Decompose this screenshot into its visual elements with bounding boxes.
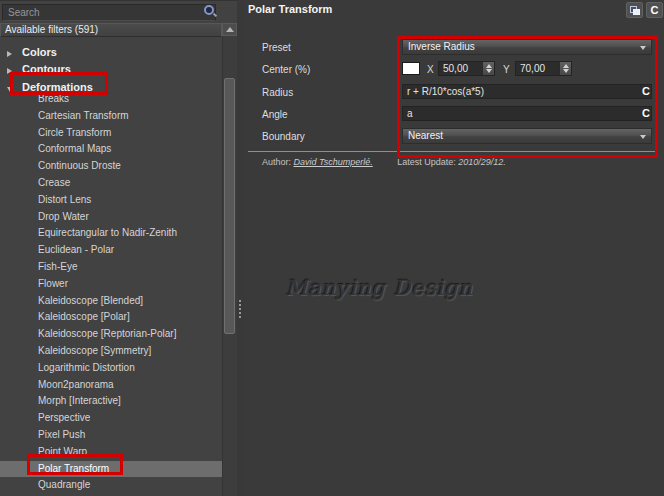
filter-item[interactable]: Kaleidoscope [Polar] [0,309,222,326]
filter-item[interactable]: Euclidean - Polar [0,242,222,259]
update-label: Latest Update: [397,157,456,167]
radius-input[interactable] [402,84,652,99]
filter-list: BreaksCartesian TransformCircle Transfor… [0,91,222,494]
watermark: Manying Design [272,276,487,300]
preset-label: Preset [262,42,291,53]
grip-dots-icon [239,298,242,320]
filter-item[interactable]: Continuous Droste [0,158,222,175]
filter-item[interactable]: Point Warp [0,444,222,461]
reset-filter-button[interactable]: C [646,2,663,18]
filter-item[interactable]: Perspective [0,410,222,427]
filter-item[interactable]: Conformal Maps [0,141,222,158]
angle-label: Angle [262,109,288,120]
boundary-label: Boundary [262,131,305,142]
filter-category-list: ColorsContoursDeformations [0,43,222,96]
filter-item[interactable]: Fish-Eye [0,259,222,276]
chevron-down-icon [640,135,646,139]
spinner-buttons[interactable] [482,62,494,75]
filter-title: Polar Transform [248,3,332,15]
category-colors[interactable]: Colors [0,43,222,61]
filter-item[interactable]: Kaleidoscope [Symmetry] [0,343,222,360]
radius-label: Radius [262,87,293,98]
angle-reset-icon[interactable]: C [639,106,653,120]
available-filters-header: Available filters (591) [0,23,222,37]
author-link[interactable]: David Tschumperlé. [294,157,373,167]
center-label: Center (%) [262,64,310,75]
filter-item[interactable]: Crease [0,175,222,192]
center-y-spinbox[interactable]: 70,00 [515,61,572,76]
update-value: 2010/29/12. [458,157,506,167]
triangle-collapsed-icon[interactable] [7,43,19,61]
triangle-collapsed-icon[interactable] [7,60,19,78]
filter-item[interactable]: Logarithmic Distortion [0,360,222,377]
y-axis-label: Y [503,64,510,75]
filter-credits: Author: David Tschumperlé. Latest Update… [262,157,506,167]
search-input[interactable] [2,4,216,21]
filter-item[interactable]: Morph [Interactive] [0,393,222,410]
category-label: Contours [22,63,71,75]
search-icon[interactable] [204,5,218,19]
preset-dropdown[interactable]: Inverse Radius [402,39,652,55]
filter-item[interactable]: Polar Transform [0,461,222,478]
center-color-swatch[interactable] [402,62,420,75]
category-contours[interactable]: Contours [0,61,222,79]
filter-item[interactable]: Pixel Push [0,427,222,444]
filter-browser-panel: Available filters (591) ColorsContoursDe… [0,0,237,496]
filter-item[interactable]: Circle Transform [0,125,222,142]
reset-refresh-icon: C [651,4,659,16]
angle-input[interactable] [402,106,652,121]
filter-item[interactable]: Breaks [0,91,222,108]
filter-item[interactable]: Flower [0,276,222,293]
center-x-spinbox[interactable]: 50,00 [438,61,495,76]
author-label: Author: [262,157,291,167]
category-label: Colors [22,46,57,58]
copy-command-button[interactable] [626,2,643,18]
spinner-buttons[interactable] [559,62,571,75]
x-axis-label: X [427,64,434,75]
filter-item[interactable]: Drop Water [0,209,222,226]
scrollbar-up-button[interactable] [222,23,237,36]
filter-item[interactable]: Distort Lens [0,192,222,209]
radius-reset-icon[interactable]: C [639,84,653,98]
filter-item[interactable]: Quadrangle [0,477,222,494]
filter-item[interactable]: Kaleidoscope [Blended] [0,293,222,310]
chevron-down-icon [640,46,646,50]
spin-up-icon [563,64,569,68]
boundary-dropdown[interactable]: Nearest [402,128,652,144]
spin-down-icon [486,69,492,73]
triangle-up-icon [226,27,234,32]
spin-down-icon [563,69,569,73]
scrollbar-thumb[interactable] [224,78,235,334]
panel-splitter[interactable] [237,0,244,496]
divider [248,151,656,152]
spin-up-icon [486,64,492,68]
filter-item[interactable]: Kaleidoscope [Reptorian-Polar] [0,326,222,343]
filter-item[interactable]: Moon2panorama [0,377,222,394]
filter-item[interactable]: Cartesian Transform [0,108,222,125]
filter-item[interactable]: Equirectangular to Nadir-Zenith [0,225,222,242]
gmic-filter-window: Available filters (591) ColorsContoursDe… [0,0,664,496]
